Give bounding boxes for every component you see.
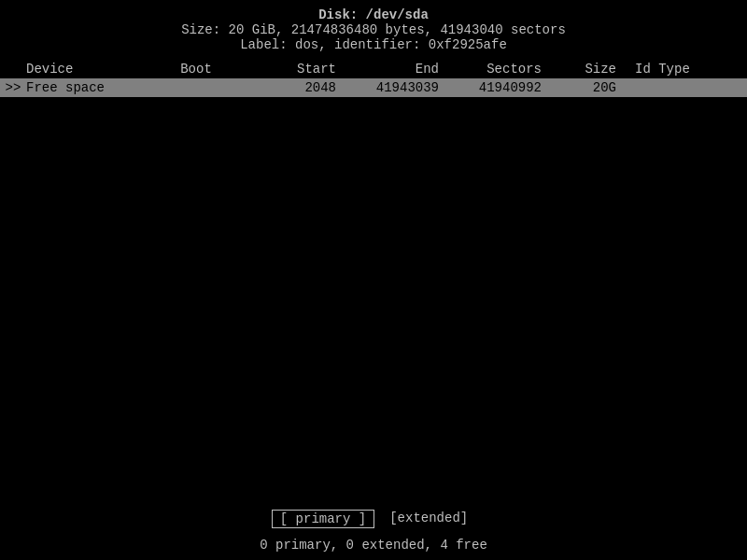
status-line: 0 primary, 0 extended, 4 free bbox=[0, 538, 747, 553]
col-header-boot: Boot bbox=[149, 62, 243, 77]
col-header-idtype: Id Type bbox=[626, 62, 719, 77]
action-buttons: [ primary ] [extended] bbox=[0, 510, 747, 528]
row-sectors: 41940992 bbox=[448, 80, 551, 95]
row-size: 20G bbox=[551, 80, 626, 95]
row-idtype bbox=[626, 80, 719, 95]
row-arrow: >> bbox=[0, 80, 26, 95]
extended-button[interactable]: [extended] bbox=[382, 510, 475, 528]
disk-info-line2: Label: dos, identifier: 0xf2925afe bbox=[0, 37, 747, 52]
partition-table: Device Boot Start End Sectors Size Id Ty… bbox=[0, 60, 747, 97]
row-start: 2048 bbox=[243, 80, 345, 95]
row-boot bbox=[149, 80, 243, 95]
row-device: Free space bbox=[26, 80, 149, 95]
disk-info-line1: Size: 20 GiB, 21474836480 bytes, 4194304… bbox=[0, 22, 747, 37]
disk-header: Disk: /dev/sda Size: 20 GiB, 21474836480… bbox=[0, 7, 747, 52]
bottom-area: [ primary ] [extended] 0 primary, 0 exte… bbox=[0, 510, 747, 560]
column-headers: Device Boot Start End Sectors Size Id Ty… bbox=[0, 60, 747, 78]
table-row[interactable]: >> Free space 2048 41943039 41940992 20G bbox=[0, 78, 747, 97]
col-header-start: Start bbox=[243, 62, 345, 77]
col-header-size: Size bbox=[551, 62, 626, 77]
primary-button[interactable]: [ primary ] bbox=[272, 510, 374, 528]
col-header-end: End bbox=[345, 62, 448, 77]
screen: Disk: /dev/sda Size: 20 GiB, 21474836480… bbox=[0, 0, 747, 560]
col-header-device: Device bbox=[0, 62, 149, 77]
row-end: 41943039 bbox=[345, 80, 448, 95]
disk-title: Disk: /dev/sda bbox=[0, 7, 747, 22]
col-header-sectors: Sectors bbox=[448, 62, 551, 77]
